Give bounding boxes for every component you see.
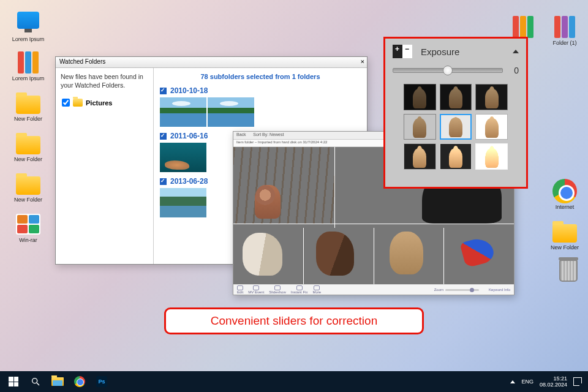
- exposure-preset[interactable]: [404, 114, 436, 140]
- folder-name: Pictures: [86, 99, 112, 107]
- icon-label: Lorem Ipsum: [11, 76, 45, 82]
- explorer-icon: [51, 377, 64, 386]
- gallery-photo[interactable]: [374, 228, 444, 284]
- binders-icon: [511, 15, 535, 39]
- svg-line-1: [37, 383, 39, 385]
- taskbar-search[interactable]: [24, 371, 47, 392]
- mvevent-button[interactable]: MV Event: [248, 285, 264, 294]
- folder-icon: [552, 224, 577, 243]
- exposure-icon: [393, 45, 412, 58]
- watched-sidebar: New files have been found in your Watche…: [56, 68, 154, 264]
- desktop-icon-pc[interactable]: Lorem Ipsum: [11, 11, 45, 43]
- trash-icon: [559, 260, 578, 282]
- exposure-preset[interactable]: [475, 114, 508, 140]
- gallery-photo[interactable]: [304, 228, 374, 284]
- gallery-photo[interactable]: [233, 147, 334, 224]
- exposure-preset[interactable]: [404, 143, 436, 170]
- thumbnail[interactable]: [160, 188, 206, 217]
- more-button[interactable]: More: [312, 285, 321, 294]
- binders-icon: [552, 15, 577, 39]
- exposure-preview-grid: [404, 84, 508, 170]
- sidebar-message: New files have been found in your Watche…: [61, 73, 148, 89]
- sort-dropdown[interactable]: Newest: [270, 132, 284, 137]
- taskbar: Ps ENG 15:21 08.02.2024: [0, 371, 588, 392]
- desktop-icon-folder[interactable]: New Folder: [548, 219, 582, 251]
- binders-icon: [16, 50, 40, 75]
- exposure-preset[interactable]: [475, 143, 508, 170]
- exposure-preset-selected[interactable]: [440, 114, 472, 140]
- folder-checkbox[interactable]: [62, 99, 70, 107]
- taskbar-explorer[interactable]: [47, 371, 69, 392]
- icon-label: New Folder: [11, 157, 45, 163]
- desktop-icon-folder[interactable]: New Folder: [11, 131, 45, 163]
- desktop-icon-folder[interactable]: New Folder: [11, 91, 45, 123]
- icon-label: New Folder: [11, 197, 45, 203]
- window-titlebar[interactable]: Watched Folders ×: [56, 57, 367, 68]
- exposure-value: 0: [510, 66, 519, 75]
- thumbnail[interactable]: [160, 97, 206, 127]
- taskbar-photoshop[interactable]: Ps: [91, 371, 113, 392]
- back-button[interactable]: Back: [236, 132, 246, 137]
- folder-icon: [73, 99, 83, 107]
- close-button[interactable]: ×: [360, 58, 364, 66]
- edit-button[interactable]: Edit: [237, 285, 243, 294]
- chrome-icon: [74, 376, 85, 387]
- icon-label: Folder (1): [548, 40, 582, 47]
- desktop-icon-binders[interactable]: Folder (1): [548, 15, 582, 47]
- check-icon: [160, 178, 167, 185]
- desktop-icon-folder[interactable]: New Folder: [11, 172, 45, 203]
- viewer-subtitle: Item folder – Imported from hard disk on…: [236, 140, 327, 146]
- thumbnail[interactable]: [160, 143, 206, 172]
- date-group-header[interactable]: 2010-10-18: [160, 86, 361, 95]
- taskbar-clock[interactable]: 15:21 08.02.2024: [540, 375, 567, 388]
- tray-overflow-icon[interactable]: [510, 380, 515, 383]
- slideshow-button[interactable]: Slideshow: [269, 285, 285, 294]
- selection-header: 78 subfolders selected from 1 folders: [160, 73, 361, 80]
- icon-label: New Folder: [548, 245, 582, 251]
- taskbar-chrome[interactable]: [69, 371, 91, 392]
- exposure-slider[interactable]: [393, 68, 503, 73]
- gallery-photo[interactable]: [444, 228, 514, 284]
- check-icon: [160, 88, 167, 94]
- chrome-icon: [552, 179, 577, 203]
- exposure-panel: Exposure 0: [383, 37, 528, 189]
- folder-icon: [16, 136, 40, 154]
- exposure-preset[interactable]: [475, 84, 508, 110]
- window-title: Watched Folders: [59, 58, 105, 65]
- exposure-preset[interactable]: [440, 143, 472, 170]
- desktop-icon-trash[interactable]: [551, 258, 586, 284]
- exposure-preset[interactable]: [404, 84, 436, 110]
- zoom-label: Zoom: [434, 288, 443, 292]
- desktop-icon-chrome[interactable]: Internet: [548, 179, 582, 211]
- desktop-icon-winrar[interactable]: Win-rar: [11, 212, 45, 244]
- slider-knob[interactable]: [443, 66, 453, 75]
- viewer-bottom-toolbar: Edit MV Event Slideshow Instant Fix More…: [233, 284, 514, 295]
- clock-date: 08.02.2024: [540, 382, 567, 388]
- svg-point-0: [32, 379, 37, 383]
- zoom-slider[interactable]: [445, 289, 479, 291]
- language-indicator[interactable]: ENG: [521, 379, 533, 385]
- search-icon: [31, 377, 40, 386]
- folder-icon: [16, 176, 40, 195]
- system-tray: ENG 15:21 08.02.2024: [510, 375, 586, 388]
- thumbnail[interactable]: [208, 97, 254, 127]
- sortby-label: Sort By:: [253, 132, 268, 137]
- pc-icon: [17, 12, 39, 29]
- check-icon: [160, 133, 167, 140]
- winrar-icon: [16, 214, 40, 235]
- start-button[interactable]: [2, 371, 24, 392]
- desktop-icon-binders[interactable]: Lorem Ipsum: [11, 50, 45, 82]
- folder-tree-item[interactable]: Pictures: [61, 97, 148, 108]
- exposure-title: Exposure: [421, 47, 504, 57]
- notification-icon[interactable]: [573, 377, 582, 386]
- exposure-preset[interactable]: [440, 84, 472, 110]
- folder-icon: [16, 96, 40, 114]
- instantfix-button[interactable]: Instant Fix: [291, 285, 308, 294]
- gallery-photo[interactable]: [233, 228, 303, 284]
- icon-label: New Folder: [11, 116, 45, 123]
- collapse-caret-icon[interactable]: [513, 50, 519, 53]
- icon-label: Win-rar: [11, 238, 45, 244]
- keywords-button[interactable]: Keyword Info: [489, 288, 510, 292]
- icon-label: Internet: [548, 205, 582, 211]
- icon-label: Lorem Ipsum: [11, 37, 45, 43]
